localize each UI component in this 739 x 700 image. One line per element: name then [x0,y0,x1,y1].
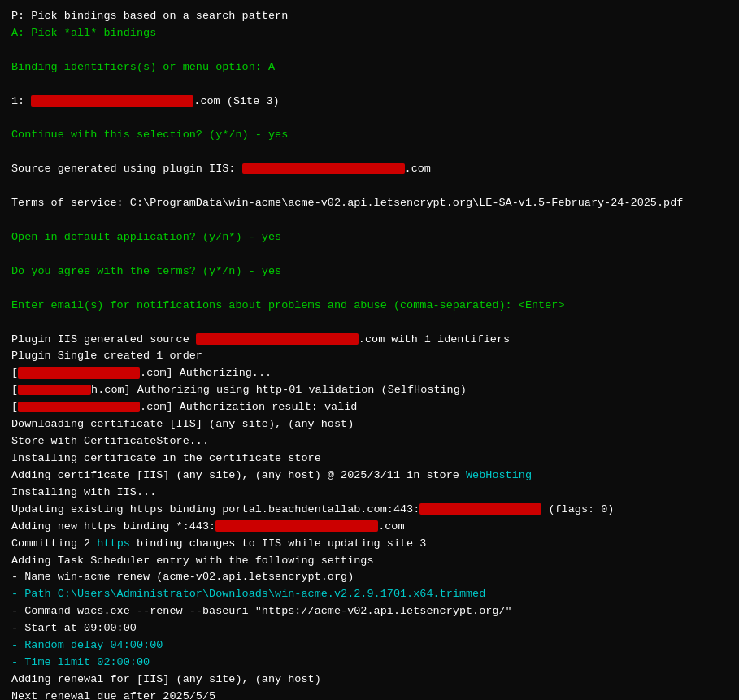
line-blank-2 [11,76,728,93]
redacted-domain-2 [242,163,405,175]
redacted-domain-3 [196,333,359,345]
line-19: Adding certificate [IIS] (any site), (an… [11,467,728,485]
line-10: Enter email(s) for notifications about p… [11,298,728,315]
line-blank-5 [11,178,728,195]
redacted-domain-6 [18,402,140,413]
redacted-ip-1 [419,503,541,515]
line-20: Installing with IIS... [11,485,728,502]
line-18: Installing certificate in the certificat… [11,450,728,467]
line-1: P: Pick bindings based on a search patte… [11,8,728,25]
line-8: Open in default application? (y/n*) - ye… [11,229,728,246]
line-blank-7 [11,246,728,263]
line-26: - Path C:\Users\Administrator\Downloads\… [11,586,728,603]
line-4: 1: .com (Site 3) [11,93,728,111]
line-25: - Name win-acme renew (acme-v02.api.lets… [11,569,728,586]
line-6: Source generated using plugin IIS: .com [11,161,728,178]
line-21: Updating existing https binding portal.b… [11,502,728,519]
line-2: A: Pick *all* bindings [11,25,728,42]
line-32: Next renewal due after 2025/5/5 [11,689,728,700]
line-17: Store with CertificateStore... [11,433,728,450]
line-14: [ h.com] Authorizing using http-01 valid… [11,382,728,399]
line-5: Continue with this selection? (y*/n) - y… [11,127,728,144]
line-12: Plugin Single created 1 order [11,348,728,365]
line-24: Adding Task Scheduler entry with the fol… [11,553,728,570]
redacted-domain-1 [31,95,193,107]
line-blank-3 [11,111,728,128]
line-16: Downloading certificate [IIS] (any site)… [11,416,728,433]
line-23: Committing 2 https binding changes to II… [11,536,728,553]
line-11: Plugin IIS generated source .com with 1 … [11,332,728,349]
redacted-domain-4 [18,367,140,379]
line-blank-4 [11,144,728,161]
line-blank-8 [11,280,728,298]
line-13: [ .com] Authorizing... [11,365,728,382]
redacted-domain-5 [18,385,91,396]
line-7: Terms of service: C:\ProgramData\win-acm… [11,195,728,212]
line-9: Do you agree with the terms? (y*/n) - ye… [11,263,728,280]
line-31: Adding renewal for [IIS] (any site), (an… [11,672,728,689]
terminal-window: P: Pick bindings based on a search patte… [11,8,728,700]
redacted-domain-7 [215,520,378,532]
line-3: Binding identifiers(s) or menu option: A [11,59,728,76]
line-blank-9 [11,315,728,332]
webhosting-text: WebHosting [466,469,532,481]
line-22: Adding new https binding *:443: .com [11,519,728,536]
line-27: - Command wacs.exe --renew --baseuri "ht… [11,603,728,620]
line-blank-1 [11,42,728,59]
https-text-1: https [97,537,130,550]
line-30: - Time limit 02:00:00 [11,654,728,672]
line-15: [ .com] Authorization result: valid [11,399,728,416]
line-blank-6 [11,212,728,229]
line-28: - Start at 09:00:00 [11,620,728,637]
line-29: - Random delay 04:00:00 [11,637,728,654]
